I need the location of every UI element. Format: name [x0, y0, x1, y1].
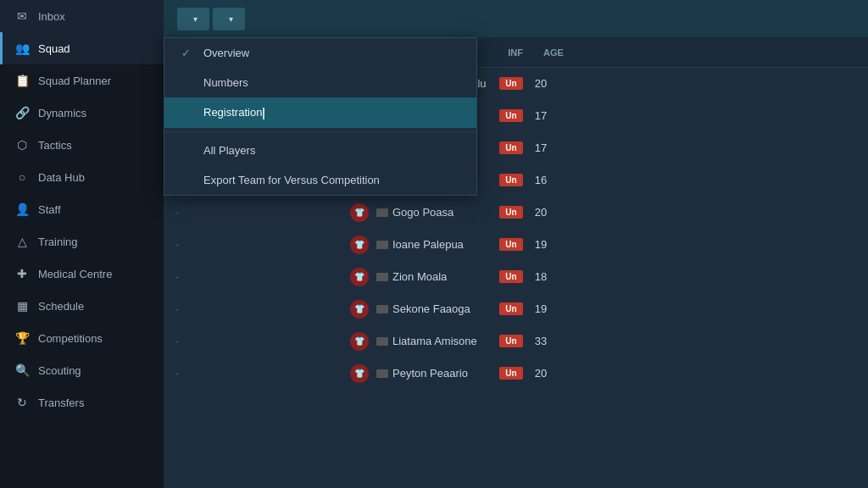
sidebar-label-squad: Squad	[38, 42, 70, 55]
avatar-icon-7: 👕	[354, 304, 364, 313]
sidebar-item-competitions[interactable]: 🏆 Competitions	[0, 322, 164, 354]
international-tab[interactable]: ▾	[213, 8, 245, 30]
row-cols-5: 👕 Ioane Palepua Un 19	[342, 236, 554, 254]
overview-dropdown: ✓OverviewNumbersRegistrationAll PlayersE…	[164, 37, 477, 196]
player-name-9: Peyton Peaario	[392, 367, 468, 380]
nationality-flag-6	[376, 273, 388, 281]
transfers-icon: ↻	[14, 395, 30, 410]
dropdown-item-export[interactable]: Export Team for Versus Competition	[164, 165, 476, 195]
row-left-4: -	[172, 207, 342, 219]
row-left-7: -	[172, 303, 342, 315]
table-row[interactable]: - 👕 Gogo Poasa Un 20	[164, 197, 868, 229]
inf-badge-3: Un	[499, 174, 523, 186]
age-value-7: 19	[528, 302, 554, 315]
row-cols-9: 👕 Peyton Peaario Un 20	[342, 364, 554, 383]
dropdown-item-label-registration: Registration	[203, 106, 264, 119]
player-name-8: Liatama Amisone	[392, 335, 477, 347]
column-header-age: AGE	[537, 47, 570, 58]
dropdown-item-numbers[interactable]: Numbers	[164, 68, 476, 97]
training-icon: △	[14, 234, 30, 249]
row-dash-6: -	[175, 271, 179, 283]
row-dash-7: -	[175, 303, 179, 315]
age-value-0: 20	[528, 77, 554, 90]
sidebar-item-squad[interactable]: 👥 Squad	[0, 32, 164, 64]
sidebar-item-transfers[interactable]: ↻ Transfers	[0, 386, 164, 419]
row-left-9: -	[172, 368, 342, 380]
inf-badge-9: Un	[499, 367, 523, 380]
nationality-flag-4	[376, 208, 388, 217]
sidebar-item-dynamics[interactable]: 🔗 Dynamics	[0, 97, 164, 129]
age-value-1: 17	[528, 109, 554, 122]
table-row[interactable]: - 👕 Peyton Peaario Un 20	[164, 358, 868, 390]
inf-badge-4: Un	[499, 206, 523, 219]
player-name-4: Gogo Poasa	[392, 206, 453, 219]
table-row[interactable]: - 👕 Zion Moala Un 18	[164, 261, 868, 293]
player-avatar-7: 👕	[350, 300, 369, 319]
row-left-8: -	[172, 336, 342, 347]
dropdown-item-registration[interactable]: Registration	[164, 97, 476, 128]
nationality-flag-5	[376, 241, 388, 249]
table-row[interactable]: - 👕 Sekone Faaoga Un 19	[164, 293, 868, 325]
sidebar-item-schedule[interactable]: ▦ Schedule	[0, 290, 164, 322]
age-value-9: 20	[528, 367, 554, 380]
age-value-2: 17	[528, 141, 554, 154]
player-avatar-5: 👕	[350, 236, 369, 254]
row-cols-4: 👕 Gogo Poasa Un 20	[342, 203, 554, 222]
sidebar-item-staff[interactable]: 👤 Staff	[0, 193, 164, 225]
sidebar: ✉ Inbox 👥 Squad 📋 Squad Planner 🔗 Dynami…	[0, 0, 164, 488]
age-value-6: 18	[528, 270, 554, 283]
sidebar-item-training[interactable]: △ Training	[0, 225, 164, 258]
player-info-5: 👕 Ioane Palepua	[350, 236, 494, 254]
sidebar-item-tactics[interactable]: ⬡ Tactics	[0, 129, 164, 161]
sidebar-item-squad-planner[interactable]: 📋 Squad Planner	[0, 64, 164, 97]
staff-icon: 👤	[14, 202, 30, 217]
table-row[interactable]: - 👕 Liatama Amisone Un 33	[164, 325, 868, 358]
sidebar-item-inbox[interactable]: ✉ Inbox	[0, 0, 164, 32]
dropdown-item-label-export: Export Team for Versus Competition	[203, 174, 380, 186]
row-cols-8: 👕 Liatama Amisone Un 33	[342, 332, 554, 351]
row-dash-9: -	[175, 368, 179, 380]
nationality-flag-7	[376, 305, 388, 313]
check-icon: ✓	[181, 47, 195, 59]
tactics-icon: ⬡	[14, 137, 30, 152]
age-value-8: 33	[528, 335, 554, 347]
avatar-icon-8: 👕	[354, 336, 364, 346]
scouting-icon: 🔍	[14, 363, 30, 378]
player-avatar-8: 👕	[350, 332, 369, 351]
player-name-5: Ioane Palepua	[392, 238, 464, 251]
inf-badge-5: Un	[499, 238, 523, 251]
sidebar-item-medical-centre[interactable]: ✚ Medical Centre	[0, 258, 164, 290]
row-dash-8: -	[175, 336, 179, 347]
player-avatar-6: 👕	[350, 268, 369, 286]
row-cols-6: 👕 Zion Moala Un 18	[342, 268, 554, 286]
sidebar-label-dynamics: Dynamics	[38, 107, 86, 119]
row-left-6: -	[172, 271, 342, 283]
overview-tab[interactable]: ▾	[177, 8, 209, 30]
dropdown-item-all-players[interactable]: All Players	[164, 136, 476, 165]
inbox-icon: ✉	[14, 8, 30, 24]
column-header-inf: INF	[494, 47, 537, 58]
main-content: ▾ ▾ ✓OverviewNumbersRegistrationAll Play…	[164, 0, 868, 488]
player-name-7: Sekone Faaoga	[392, 302, 470, 315]
dropdown-item-overview[interactable]: ✓Overview	[164, 38, 476, 68]
row-left-5: -	[172, 239, 342, 251]
sidebar-item-scouting[interactable]: 🔍 Scouting	[0, 354, 164, 386]
competitions-icon: 🏆	[14, 330, 30, 346]
row-dash-5: -	[175, 239, 179, 251]
sidebar-label-competitions: Competitions	[38, 332, 103, 345]
nationality-flag-8	[376, 337, 388, 346]
player-info-9: 👕 Peyton Peaario	[350, 364, 494, 383]
inf-badge-1: Un	[499, 109, 523, 122]
player-info-6: 👕 Zion Moala	[350, 268, 494, 286]
table-row[interactable]: - 👕 Ioane Palepua Un 19	[164, 229, 868, 261]
player-avatar-4: 👕	[350, 203, 369, 222]
sidebar-item-data-hub[interactable]: ○ Data Hub	[0, 161, 164, 193]
dropdown-divider	[164, 131, 476, 132]
sidebar-label-inbox: Inbox	[38, 10, 65, 23]
row-cols-7: 👕 Sekone Faaoga Un 19	[342, 300, 554, 319]
row-dash-4: -	[175, 207, 179, 219]
sidebar-label-training: Training	[38, 236, 77, 248]
player-name-6: Zion Moala	[392, 270, 447, 283]
dropdown-item-label-numbers: Numbers	[203, 76, 248, 89]
schedule-icon: ▦	[14, 298, 30, 313]
